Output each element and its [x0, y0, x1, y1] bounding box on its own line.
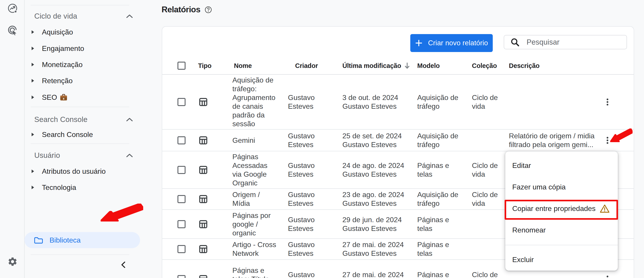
report-collection: Ciclo de vida: [472, 93, 508, 111]
create-report-button[interactable]: Criar novo relatório: [410, 34, 493, 52]
menu-item-renomear[interactable]: Renomear: [505, 219, 618, 241]
section-label: Usuário: [34, 151, 60, 160]
sidebar-item-label: Monetização: [42, 61, 82, 69]
section-ciclo-de-vida[interactable]: Ciclo de vida: [25, 8, 133, 24]
menu-item-copiar-entre-propriedades[interactable]: Copiar entre propriedades: [505, 198, 618, 219]
report-template: Páginas e telas: [417, 161, 469, 179]
create-report-label: Criar novo relatório: [428, 39, 488, 47]
select-all-checkbox[interactable]: [178, 62, 186, 70]
report-last-modified: 25 de set. de 2024 Gustavo Esteves: [342, 132, 414, 149]
section-usuario[interactable]: Usuário: [25, 147, 133, 163]
expand-triangle-icon: [31, 63, 34, 67]
row-more-actions-icon[interactable]: [602, 95, 612, 109]
expand-triangle-icon: [31, 46, 34, 51]
search-icon: [510, 38, 520, 47]
sidebar-item-atributos-do-usuario[interactable]: Atributos do usuário: [25, 163, 133, 179]
report-name[interactable]: Páginas Acessadas via Google Organic: [232, 152, 286, 187]
plus-icon: [415, 39, 422, 47]
sidebar-item-monetizacao[interactable]: Monetização: [25, 57, 133, 73]
row-more-actions-icon[interactable]: [602, 272, 612, 278]
sidebar-item-label: Retenção: [42, 77, 72, 85]
sidebar-item-engajamento[interactable]: Engajamento: [25, 40, 133, 57]
report-name[interactable]: Origem / Mídia: [232, 190, 286, 208]
search-input[interactable]: [526, 38, 616, 46]
table-row-aquisicao-trafego[interactable]: Aquisição de tráfego: Agrupamento de can…: [162, 75, 634, 130]
sidebar-divider: [31, 143, 129, 144]
report-template: Aquisição de tráfego: [417, 132, 469, 149]
briefcase-emoji-icon: [60, 94, 68, 101]
row-checkbox[interactable]: [178, 220, 186, 228]
sidebar-item-aquisicao[interactable]: Aquisição: [25, 24, 133, 40]
menu-item-excluir[interactable]: Excluir: [505, 249, 618, 270]
sidebar-item-tecnologia[interactable]: Tecnologia: [25, 179, 133, 195]
sidebar-item-label: Atributos do usuário: [42, 167, 106, 176]
row-more-actions-icon[interactable]: [602, 134, 612, 147]
sidebar-item-seo[interactable]: SEO: [25, 89, 133, 105]
section-label: Ciclo de vida: [34, 12, 77, 21]
report-template: Páginas e telas: [417, 215, 469, 233]
expand-triangle-icon: [31, 30, 34, 34]
help-icon[interactable]: [205, 6, 212, 13]
expand-triangle-icon: [31, 169, 34, 173]
row-checkbox[interactable]: [178, 166, 186, 174]
expand-triangle-icon: [31, 185, 34, 189]
nav-reports-icon[interactable]: [8, 3, 18, 14]
report-type-table-icon: [199, 157, 208, 183]
menu-item-label: Renomear: [512, 226, 546, 234]
report-last-modified: 27 de mai. de 2024 Gustavo Esteves: [342, 270, 414, 278]
expand-triangle-icon: [31, 95, 34, 99]
sidebar-item-label: Aquisição: [42, 28, 73, 36]
row-checkbox[interactable]: [178, 245, 186, 253]
report-name[interactable]: Gemini: [232, 136, 286, 145]
report-creator: Gustavo Esteves: [288, 240, 340, 258]
menu-item-fazer-uma-copia[interactable]: Fazer uma cópia: [505, 176, 618, 198]
report-creator: Gustavo Esteves: [288, 215, 340, 233]
sidebar-item-search-console[interactable]: Search Console: [25, 126, 133, 143]
row-checkbox[interactable]: [178, 195, 186, 203]
sort-descending-icon: [404, 62, 410, 69]
report-last-modified: 24 de ago. de 2024 Gustavo Esteves: [342, 161, 414, 179]
sidebar-item-label: Tecnologia: [42, 183, 76, 192]
report-last-modified: 29 de jun. de 2024 Gustavo Esteves: [342, 215, 414, 233]
chevron-up-icon: [126, 154, 133, 157]
sidebar-divider: [31, 254, 129, 255]
table-header-row: Tipo Nome Criador Última modificação Mod…: [162, 54, 634, 75]
search-box: [504, 35, 627, 49]
column-header-ultima-modificacao[interactable]: Última modificação: [342, 62, 414, 69]
report-name[interactable]: Artigo - Cross Network: [232, 240, 286, 258]
row-checkbox[interactable]: [178, 98, 186, 106]
report-template: Aquisição de tráfego: [417, 190, 469, 208]
report-name[interactable]: Páginas e telas: Título da página: [232, 266, 286, 278]
menu-item-label: Editar: [512, 161, 531, 170]
menu-item-editar[interactable]: Editar: [505, 155, 618, 176]
row-checkbox[interactable]: [178, 275, 186, 278]
settings-gear-icon[interactable]: [8, 256, 18, 267]
report-type-table-icon: [199, 266, 208, 278]
report-last-modified: 27 de mai. de 2024 Gustavo Esteves: [342, 240, 414, 258]
report-type-table-icon: [199, 236, 208, 262]
menu-item-label: Excluir: [512, 255, 534, 264]
section-search-console[interactable]: Search Console: [25, 111, 133, 128]
collapse-sidebar-icon[interactable]: [119, 260, 128, 269]
sidebar-item-retencao[interactable]: Retenção: [25, 73, 133, 89]
report-name[interactable]: Páginas por google / organic: [232, 211, 286, 237]
report-creator: Gustavo Esteves: [288, 161, 340, 179]
report-creator: Gustavo Esteves: [288, 93, 340, 111]
nav-explore-icon[interactable]: [8, 25, 18, 35]
row-checkbox[interactable]: [178, 136, 186, 144]
report-type-table-icon: [199, 186, 208, 212]
report-collection: Ciclo de vida: [472, 161, 508, 179]
report-creator: Gustavo Esteves: [288, 190, 340, 208]
sidebar-item-biblioteca[interactable]: Biblioteca: [24, 232, 140, 248]
page-title: Relatórios: [162, 5, 200, 14]
report-last-modified: 3 de out. de 2024 Gustavo Esteves: [342, 93, 414, 111]
report-collection: Ciclo de vida: [472, 190, 508, 208]
section-label: Search Console: [34, 115, 88, 124]
expand-triangle-icon: [31, 79, 34, 83]
report-name[interactable]: Aquisição de tráfego: Agrupamento de can…: [232, 76, 286, 128]
report-creator: Gustavo Esteves: [288, 270, 340, 278]
report-template: Aquisição de tráfego: [417, 93, 469, 111]
row-context-menu: Editar Fazer uma cópia Copiar entre prop…: [505, 151, 618, 270]
table-row-gemini[interactable]: Gemini Gustavo Esteves 25 de set. de 202…: [162, 130, 634, 151]
report-type-table-icon: [199, 211, 208, 237]
